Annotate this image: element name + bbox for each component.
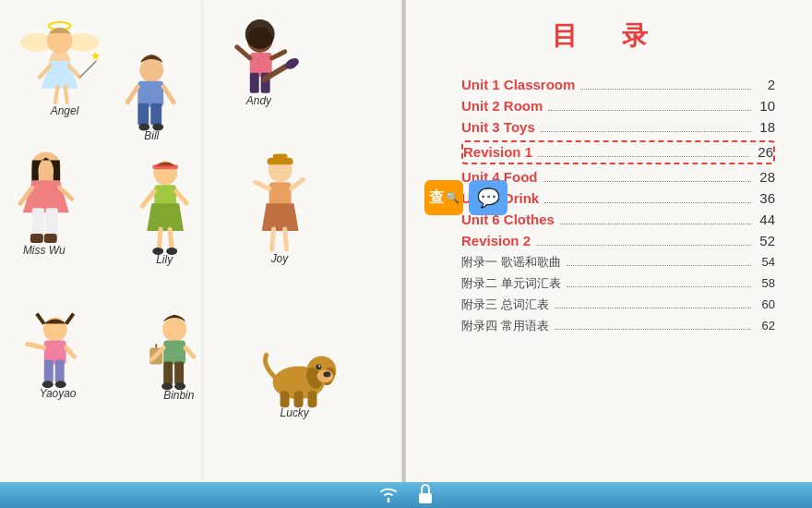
svg-rect-15 [150, 103, 161, 126]
toc-item-appendix4: 附录四 常用语表 62 [461, 318, 775, 334]
wifi-icon [378, 486, 399, 505]
svg-line-62 [28, 344, 44, 347]
toc-dots-unit6 [560, 224, 751, 224]
svg-rect-60 [44, 359, 54, 382]
toc-page-appendix3: 60 [757, 297, 775, 311]
svg-point-67 [162, 318, 186, 342]
toc-dots-appendix1 [567, 265, 751, 266]
toc-dots-revision2 [536, 245, 751, 246]
svg-line-52 [292, 179, 304, 188]
svg-rect-35 [44, 234, 57, 243]
svg-line-16 [127, 87, 137, 103]
svg-line-53 [272, 229, 274, 249]
svg-line-58 [66, 314, 74, 324]
toc-item-revision1: Revision 1 26 [461, 140, 775, 164]
svg-line-28 [237, 47, 250, 58]
toc-page-unit1: 2 [757, 77, 775, 92]
toc-item-unit1: Unit 1 Classroom 2 [461, 77, 775, 93]
svg-point-22 [245, 19, 275, 49]
toc-dots-unit1 [580, 89, 751, 90]
svg-text:Miss Wu: Miss Wu [23, 244, 66, 257]
right-page: 目 录 Unit 1 Classroom 2 Unit 2 Room 10 Un… [406, 0, 812, 508]
svg-text:Joy: Joy [270, 252, 290, 265]
toc-dots-unit4 [543, 181, 752, 182]
toc-dots-appendix2 [567, 286, 751, 287]
toc-dots-unit3 [541, 131, 751, 132]
svg-line-54 [285, 229, 287, 249]
chat-icon: 💬 [477, 187, 500, 209]
toc-label-unit2: Unit 2 Room [461, 98, 543, 114]
svg-line-44 [159, 229, 161, 249]
toc-page-unit3: 18 [757, 119, 775, 135]
svg-rect-70 [174, 361, 184, 384]
svg-line-51 [256, 182, 269, 188]
toc-page-unit4: 28 [757, 169, 775, 185]
svg-text:Lucky: Lucky [281, 406, 310, 419]
toc-label-appendix2: 附录二 单元词汇表 [461, 275, 561, 292]
svg-rect-34 [30, 234, 43, 243]
svg-rect-50 [269, 182, 292, 206]
magnifier-icon: 🔍 [446, 191, 460, 204]
toc-page-appendix4: 62 [757, 319, 775, 333]
svg-rect-61 [55, 359, 65, 382]
svg-rect-40 [152, 164, 178, 169]
svg-rect-86 [281, 391, 290, 407]
characters-container: Angel Bill [0, 0, 404, 480]
svg-rect-87 [294, 391, 304, 407]
chat-button[interactable]: 💬 [469, 180, 508, 215]
toc-page-revision2: 52 [757, 233, 775, 248]
svg-text:Angel: Angel [50, 104, 79, 117]
toc-page-appendix2: 58 [757, 276, 775, 290]
svg-line-9 [80, 61, 97, 78]
toc-dots-unit2 [548, 110, 751, 111]
svg-rect-68 [163, 341, 185, 365]
search-icon: 查 [429, 188, 444, 208]
toc-item-unit5: Unit 5 Drink 36 [461, 190, 775, 207]
svg-rect-24 [250, 73, 259, 93]
toc-label-revision1: Revision 1 [463, 144, 532, 160]
svg-line-63 [66, 347, 75, 357]
toc-page-unit2: 10 [757, 98, 775, 114]
toc-item-unit6: Unit 6 Clothes 44 [461, 212, 775, 228]
svg-text:Andy: Andy [245, 94, 272, 107]
toc-item-appendix1: 附录一 歌谣和歌曲 54 [461, 254, 775, 271]
toc-page-unit6: 44 [757, 212, 775, 227]
svg-line-17 [163, 87, 173, 103]
svg-text:Bill: Bill [144, 129, 159, 142]
svg-text:Lily: Lily [156, 253, 173, 266]
toc-page-unit5: 36 [757, 190, 775, 206]
svg-line-45 [170, 229, 172, 249]
toc-dots-unit5 [544, 202, 751, 203]
toc-dots-revision1 [538, 156, 749, 157]
toc-label-unit1: Unit 1 Classroom [461, 77, 575, 92]
svg-point-84 [316, 364, 321, 369]
toc-page-revision1: 26 [755, 144, 773, 160]
toc-label-unit3: Unit 3 Toys [461, 119, 535, 135]
search-button[interactable]: 查 🔍 [424, 180, 463, 215]
svg-point-85 [318, 365, 320, 367]
toc-item-unit2: Unit 2 Room 10 [461, 98, 775, 115]
toc-dots-appendix3 [555, 308, 751, 308]
svg-point-12 [139, 58, 163, 82]
svg-marker-10 [91, 52, 101, 61]
toc-label-revision2: Revision 2 [461, 233, 531, 248]
svg-rect-91 [419, 493, 432, 503]
toc-item-unit4: Unit 4 Food 28 [461, 169, 775, 186]
svg-line-29 [272, 52, 285, 58]
svg-line-43 [176, 191, 186, 203]
toc-label-appendix1: 附录一 歌谣和歌曲 [461, 254, 561, 271]
svg-rect-69 [163, 361, 173, 384]
svg-line-7 [55, 87, 58, 103]
svg-rect-14 [137, 103, 149, 126]
bottom-bar [0, 482, 812, 508]
svg-text:Binbin: Binbin [163, 389, 195, 402]
svg-rect-88 [307, 391, 316, 407]
toc-label-appendix4: 附录四 常用语表 [461, 318, 549, 334]
toc-item-unit3: Unit 3 Toys 18 [461, 119, 775, 136]
toc-title: 目 录 [406, 0, 812, 67]
toolbar-overlay[interactable]: 查 🔍 💬 [424, 180, 508, 215]
toc-page-appendix1: 54 [757, 255, 775, 269]
svg-rect-13 [137, 81, 163, 107]
svg-line-57 [37, 314, 44, 324]
svg-line-8 [66, 87, 67, 103]
